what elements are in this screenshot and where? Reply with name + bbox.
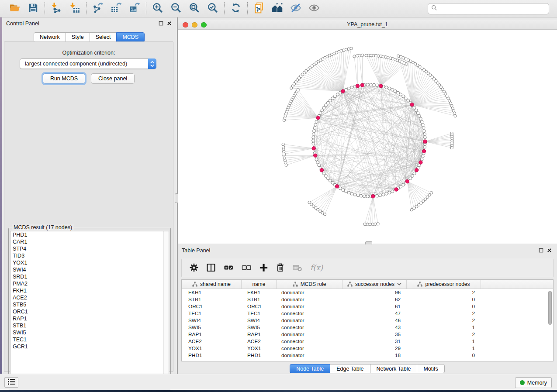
cell-predecessor-nodes[interactable]: 1 bbox=[407, 345, 481, 351]
table-tab-node-table[interactable]: Node Table bbox=[290, 364, 330, 373]
graph-node[interactable] bbox=[366, 83, 369, 86]
graph-node[interactable] bbox=[353, 193, 356, 196]
mcds-list-scrollbar[interactable] bbox=[163, 231, 169, 388]
tab-style[interactable]: Style bbox=[66, 32, 90, 42]
hide-selected-button[interactable] bbox=[290, 3, 302, 15]
cell-successor-nodes[interactable]: 61 bbox=[343, 303, 407, 309]
graph-node[interactable] bbox=[347, 191, 350, 194]
deselect-all-button[interactable] bbox=[241, 262, 252, 274]
cell-predecessor-nodes[interactable]: 0 bbox=[407, 352, 481, 358]
refresh-network-view-button[interactable] bbox=[230, 3, 242, 15]
mcds-result-item[interactable]: TEC1 bbox=[10, 336, 169, 343]
mcds-result-item[interactable]: TID3 bbox=[10, 252, 169, 259]
cell-successor-nodes[interactable]: 96 bbox=[343, 289, 407, 296]
cell-name[interactable]: SWI5 bbox=[242, 324, 277, 330]
network-graph[interactable] bbox=[178, 30, 557, 244]
graph-node[interactable] bbox=[402, 95, 405, 98]
table-row[interactable]: PHD1PHD1dominator180 bbox=[182, 352, 553, 359]
graph-node[interactable] bbox=[329, 99, 332, 102]
graph-node[interactable] bbox=[402, 183, 405, 186]
graph-satellite-node[interactable] bbox=[369, 223, 371, 226]
graph-node[interactable] bbox=[376, 84, 379, 87]
graph-node[interactable] bbox=[394, 89, 397, 93]
cell-name[interactable]: STB1 bbox=[242, 296, 277, 303]
node-table[interactable]: shared namenameMCDS rolesuccessor nodesp… bbox=[181, 279, 554, 361]
float-panel-icon[interactable] bbox=[159, 21, 163, 26]
float-table-panel-icon[interactable] bbox=[539, 248, 543, 253]
graph-satellite-node[interactable] bbox=[405, 63, 408, 65]
cell-MCDS-role[interactable]: dominator bbox=[277, 331, 343, 337]
mcds-result-item[interactable]: PMA2 bbox=[10, 280, 169, 287]
graph-node[interactable] bbox=[385, 192, 388, 195]
mcds-result-item[interactable]: STB5 bbox=[10, 301, 169, 308]
network-view-canvas[interactable] bbox=[178, 30, 557, 244]
export-network-button[interactable] bbox=[92, 3, 104, 15]
graph-satellite-node[interactable] bbox=[454, 114, 457, 117]
mcds-result-item[interactable]: RAP1 bbox=[10, 315, 169, 322]
cell-shared-name[interactable]: ORC1 bbox=[182, 303, 242, 309]
cell-shared-name[interactable]: RAP1 bbox=[182, 331, 242, 337]
column-header-predecessor-nodes[interactable]: predecessor nodes bbox=[407, 280, 481, 289]
graph-node[interactable] bbox=[314, 124, 317, 127]
cell-MCDS-role[interactable]: connector bbox=[277, 310, 343, 316]
mcds-result-item[interactable]: STB1 bbox=[10, 322, 169, 329]
cell-shared-name[interactable]: SWI4 bbox=[182, 317, 242, 323]
cell-name[interactable]: PHD1 bbox=[242, 352, 277, 358]
cell-successor-nodes[interactable]: 62 bbox=[343, 296, 407, 303]
cell-predecessor-nodes[interactable]: 1 bbox=[407, 338, 481, 344]
graph-satellite-node[interactable] bbox=[308, 201, 311, 204]
graph-node[interactable] bbox=[360, 194, 363, 197]
graph-node[interactable] bbox=[385, 86, 388, 89]
column-header-shared-name[interactable]: shared name bbox=[182, 280, 242, 289]
graph-node[interactable] bbox=[399, 185, 402, 188]
graph-satellite-node[interactable] bbox=[282, 143, 284, 145]
graph-hub-node[interactable] bbox=[341, 89, 345, 93]
graph-node[interactable] bbox=[318, 164, 321, 167]
table-row[interactable]: YOX1YOX1connector291 bbox=[182, 345, 553, 352]
import-network-from-file-button[interactable] bbox=[50, 3, 62, 15]
run-mcds-button[interactable]: Run MCDS bbox=[43, 73, 85, 84]
search-input[interactable] bbox=[439, 6, 546, 12]
graph-hub-node[interactable] bbox=[379, 84, 382, 88]
table-row[interactable]: ORC1ORC1dominator610 bbox=[182, 303, 553, 310]
import-table-from-file-button[interactable] bbox=[69, 3, 81, 15]
graph-node[interactable] bbox=[423, 130, 426, 133]
show-columns-button[interactable] bbox=[206, 262, 216, 274]
graph-node[interactable] bbox=[350, 192, 353, 195]
graph-node[interactable] bbox=[422, 127, 425, 130]
table-row[interactable]: RAP1RAP1dominator352 bbox=[182, 331, 553, 338]
export-image-button[interactable] bbox=[128, 3, 141, 15]
graph-node[interactable] bbox=[416, 112, 419, 115]
cell-name[interactable]: FKH1 bbox=[242, 289, 277, 296]
graph-node[interactable] bbox=[415, 109, 418, 112]
open-session-button[interactable] bbox=[9, 3, 21, 15]
graph-node[interactable] bbox=[373, 83, 376, 86]
cell-successor-nodes[interactable]: 35 bbox=[343, 331, 407, 337]
cell-shared-name[interactable]: ACE2 bbox=[182, 338, 242, 344]
graph-node[interactable] bbox=[413, 106, 416, 109]
graph-hub-node[interactable] bbox=[423, 140, 427, 143]
cell-name[interactable]: YOX1 bbox=[242, 345, 277, 351]
graph-satellite-node[interactable] bbox=[371, 223, 374, 226]
table-tab-network-table[interactable]: Network Table bbox=[370, 364, 418, 373]
mcds-result-list[interactable]: PHD1CAR1STP4TID3YOX1SWI4SRD1PMA2FKH1ACE2… bbox=[10, 231, 169, 389]
graph-hub-node[interactable] bbox=[405, 179, 409, 183]
graph-node[interactable] bbox=[409, 177, 412, 180]
graph-node[interactable] bbox=[388, 87, 391, 90]
graph-hub-node[interactable] bbox=[371, 195, 375, 198]
graph-node[interactable] bbox=[344, 190, 347, 193]
add-row-button[interactable] bbox=[259, 262, 269, 274]
graph-node[interactable] bbox=[397, 91, 400, 94]
graph-satellite-node[interactable] bbox=[297, 89, 299, 91]
graph-node[interactable] bbox=[379, 194, 382, 197]
graph-node[interactable] bbox=[336, 93, 339, 96]
graph-hub-node[interactable] bbox=[419, 161, 422, 164]
cell-name[interactable]: RAP1 bbox=[242, 331, 277, 337]
column-header-successor-nodes[interactable]: successor nodes bbox=[343, 280, 407, 289]
mcds-result-item[interactable]: PHD1 bbox=[10, 231, 169, 238]
graph-node[interactable] bbox=[399, 93, 402, 96]
cell-predecessor-nodes[interactable]: 0 bbox=[407, 296, 481, 303]
cell-predecessor-nodes[interactable]: 2 bbox=[407, 317, 481, 323]
zoom-fit-content-button[interactable] bbox=[188, 3, 201, 15]
graph-node[interactable] bbox=[312, 142, 315, 145]
